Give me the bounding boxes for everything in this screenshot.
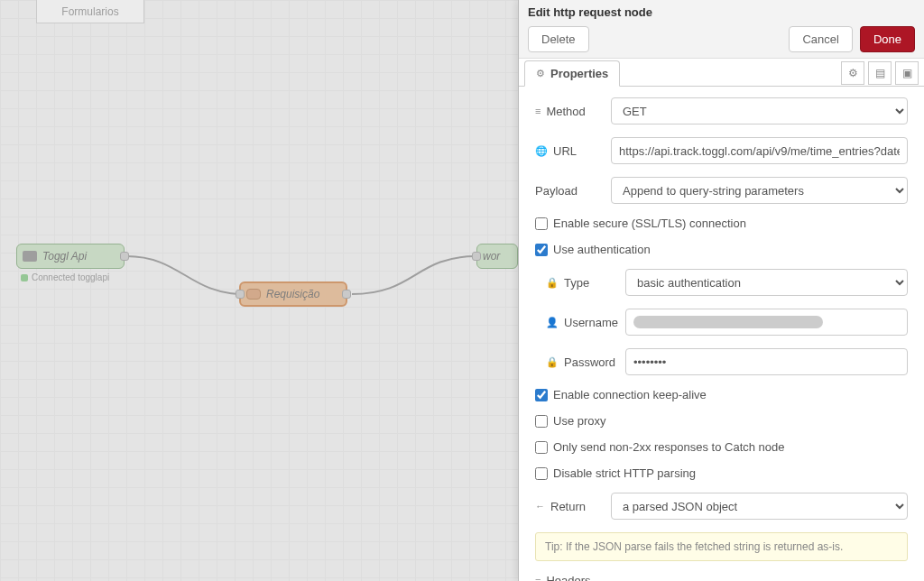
workspace-tab-label: Formularios	[61, 5, 118, 18]
keepalive-checkbox[interactable]	[535, 389, 548, 401]
return-select[interactable]: a parsed JSON object	[611, 493, 908, 520]
node-requisicao[interactable]: Requisição	[239, 281, 347, 307]
node-input-port[interactable]	[236, 290, 245, 299]
proxy-checkbox[interactable]	[535, 415, 548, 428]
non2xx-label: Only send non-2xx responses to Catch nod…	[553, 440, 785, 454]
ssl-label: Enable secure (SSL/TLS) connection	[553, 217, 746, 230]
lock-icon: 🔒	[546, 277, 559, 289]
done-button[interactable]: Done	[860, 26, 915, 52]
config-node-icon	[23, 251, 37, 262]
redacted-username	[633, 316, 823, 328]
node-label: Requisição	[266, 288, 319, 300]
gear-icon: ⚙	[848, 67, 858, 79]
node-label: wor	[483, 250, 500, 263]
delete-button[interactable]: Delete	[528, 26, 589, 52]
proxy-label: Use proxy	[553, 414, 606, 428]
return-label: Return	[550, 500, 586, 513]
node-label: Toggl Api	[42, 250, 87, 263]
http-node-icon	[246, 289, 261, 300]
return-arrow-icon: ←	[535, 501, 545, 512]
node-status-text: Connected togglapi	[32, 272, 109, 282]
status-dot-icon	[21, 274, 28, 281]
edit-node-panel: Edit http request node Delete Cancel Don…	[518, 0, 924, 581]
document-icon: ▤	[875, 67, 885, 79]
node-status: Connected togglapi	[21, 272, 109, 282]
tab-label: Properties	[550, 67, 608, 80]
node-input-port[interactable]	[472, 252, 481, 261]
non2xx-checkbox[interactable]	[535, 441, 548, 454]
tip-box: Tip: If the JSON parse fails the fetched…	[535, 532, 908, 561]
settings-icon-button[interactable]: ⚙	[841, 61, 864, 85]
method-select[interactable]: GET	[611, 97, 908, 124]
url-label: URL	[553, 144, 577, 158]
tab-properties[interactable]: ⚙ Properties	[524, 60, 620, 87]
url-input[interactable]	[611, 137, 908, 164]
strict-parsing-label: Disable strict HTTP parsing	[553, 466, 696, 480]
lock-icon: 🔒	[546, 356, 559, 368]
payload-label: Payload	[535, 184, 578, 198]
password-label: Password	[564, 355, 615, 369]
headers-section-label: ≡ Headers	[535, 574, 908, 581]
password-input[interactable]	[625, 348, 908, 375]
strict-parsing-checkbox[interactable]	[535, 467, 548, 480]
headers-label: Headers	[546, 574, 590, 581]
appearance-icon-button[interactable]: ▣	[895, 61, 919, 85]
panel-title: Edit http request node	[528, 5, 915, 19]
ssl-checkbox[interactable]	[535, 217, 548, 230]
node-output-port[interactable]	[120, 252, 129, 261]
keepalive-label: Enable connection keep-alive	[553, 388, 707, 401]
node-worker[interactable]: wor	[476, 244, 518, 269]
list-icon: ≡	[535, 106, 541, 116]
layout-icon: ▣	[902, 67, 912, 79]
gear-icon: ⚙	[536, 68, 545, 79]
user-icon: 👤	[546, 317, 559, 328]
method-label: Method	[546, 105, 585, 118]
username-input[interactable]	[625, 309, 908, 336]
node-toggl-api[interactable]: Toggl Api Connected togglapi	[16, 244, 125, 269]
workspace-tab[interactable]: Formularios	[36, 0, 144, 23]
panel-body[interactable]: ≡Method GET 🌐URL Payload Append to query…	[519, 87, 924, 581]
list-icon: ≡	[535, 576, 541, 582]
globe-icon: 🌐	[535, 145, 548, 157]
node-output-port[interactable]	[342, 290, 351, 299]
cancel-button[interactable]: Cancel	[789, 26, 852, 52]
use-auth-label: Use authentication	[553, 243, 651, 256]
payload-select[interactable]: Append to query-string parameters	[611, 177, 908, 204]
auth-type-label: Type	[564, 276, 589, 290]
docs-icon-button[interactable]: ▤	[868, 61, 892, 85]
use-auth-checkbox[interactable]	[535, 244, 548, 256]
panel-header: Edit http request node Delete Cancel Don…	[519, 0, 924, 59]
auth-type-select[interactable]: basic authentication	[625, 269, 908, 296]
username-label: Username	[564, 316, 618, 329]
panel-tabs: ⚙ Properties ⚙ ▤ ▣	[519, 60, 924, 87]
